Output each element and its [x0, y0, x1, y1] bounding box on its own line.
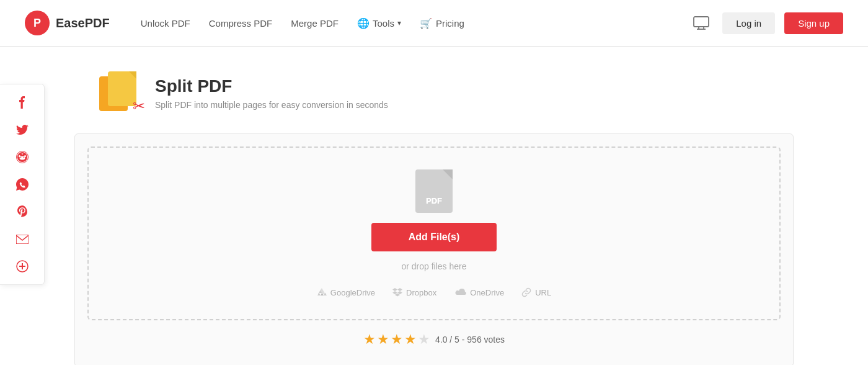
navbar: P EasePDF Unlock PDF Compress PDF Merge … — [0, 0, 868, 47]
social-email[interactable] — [6, 226, 38, 252]
onedrive-label: OneDrive — [470, 288, 504, 297]
pricing-label: Pricing — [436, 18, 464, 29]
desktop-icon[interactable] — [689, 11, 713, 35]
scissors-icon: ✂ — [133, 97, 145, 115]
page-title: Split PDF — [155, 76, 388, 96]
page-title-group: Split PDF Split PDF into multiple pages … — [155, 76, 388, 110]
googledrive-button[interactable]: GoogleDrive — [317, 288, 375, 297]
pdf-file-icon: PDF — [415, 169, 453, 213]
svg-point-9 — [24, 155, 26, 157]
chevron-down-icon: ▾ — [397, 19, 401, 27]
star-2: ★ — [377, 331, 389, 348]
main-content: ✂ Split PDF Split PDF into multiple page… — [0, 47, 868, 365]
svg-rect-0 — [694, 17, 709, 27]
star-3: ★ — [391, 331, 403, 348]
social-pinterest[interactable] — [6, 199, 38, 225]
page-header: ✂ Split PDF Split PDF into multiple page… — [0, 47, 868, 127]
add-files-button[interactable]: Add File(s) — [371, 223, 497, 251]
url-label: URL — [535, 288, 551, 297]
onedrive-button[interactable]: OneDrive — [454, 288, 504, 297]
dropbox-button[interactable]: Dropbox — [392, 288, 436, 297]
nav-tools-dropdown[interactable]: 🌐 Tools ▾ — [357, 17, 401, 29]
signup-button[interactable]: Sign up — [784, 12, 843, 34]
navbar-right: Log in Sign up — [689, 11, 843, 35]
svg-point-6 — [19, 156, 25, 160]
social-whatsapp[interactable] — [6, 171, 38, 197]
svg-rect-11 — [16, 235, 29, 244]
googledrive-label: GoogleDrive — [330, 288, 375, 297]
login-button[interactable]: Log in — [722, 12, 775, 34]
drop-hint-text: or drop files here — [401, 261, 466, 271]
upload-container: PDF Add File(s) or drop files here Googl… — [74, 133, 794, 365]
cloud-services: GoogleDrive Dropbox OneDrive — [317, 287, 551, 297]
star-rating: ★ ★ ★ ★ ★ — [363, 331, 430, 348]
social-reddit[interactable] — [6, 144, 38, 170]
pdf-label-text: PDF — [426, 196, 442, 205]
social-facebook[interactable] — [6, 89, 38, 115]
social-twitter[interactable] — [6, 117, 38, 143]
nav-links: Unlock PDF Compress PDF Merge PDF 🌐 Tool… — [141, 17, 690, 29]
star-1: ★ — [363, 331, 376, 348]
brand-name: EasePDF — [56, 16, 110, 30]
nav-merge-pdf[interactable]: Merge PDF — [291, 18, 339, 29]
star-4: ★ — [404, 331, 417, 348]
nav-pricing[interactable]: 🛒 Pricing — [420, 17, 464, 29]
svg-point-10 — [19, 155, 20, 157]
tool-icon: ✂ — [99, 71, 143, 115]
tools-label: Tools — [373, 18, 394, 29]
rating-row: ★ ★ ★ ★ ★ 4.0 / 5 - 956 votes — [87, 331, 781, 354]
social-sidebar — [0, 84, 45, 285]
nav-compress-pdf[interactable]: Compress PDF — [209, 18, 273, 29]
pdf-icon-shape: PDF — [415, 169, 453, 213]
upload-dropzone[interactable]: PDF Add File(s) or drop files here Googl… — [87, 146, 781, 320]
url-button[interactable]: URL — [521, 287, 551, 297]
rating-text: 4.0 / 5 - 956 votes — [435, 335, 505, 345]
globe-icon: 🌐 — [357, 17, 370, 29]
page-description: Split PDF into multiple pages for easy c… — [155, 100, 388, 110]
brand-logo-link[interactable]: P EasePDF — [25, 11, 110, 35]
dropbox-label: Dropbox — [406, 288, 436, 297]
svg-point-7 — [20, 157, 21, 158]
brand-logo-icon: P — [25, 11, 50, 35]
nav-unlock-pdf[interactable]: Unlock PDF — [141, 18, 190, 29]
social-more[interactable] — [6, 253, 38, 279]
star-5: ★ — [418, 331, 430, 348]
cart-icon: 🛒 — [420, 17, 432, 29]
svg-point-8 — [23, 157, 24, 158]
